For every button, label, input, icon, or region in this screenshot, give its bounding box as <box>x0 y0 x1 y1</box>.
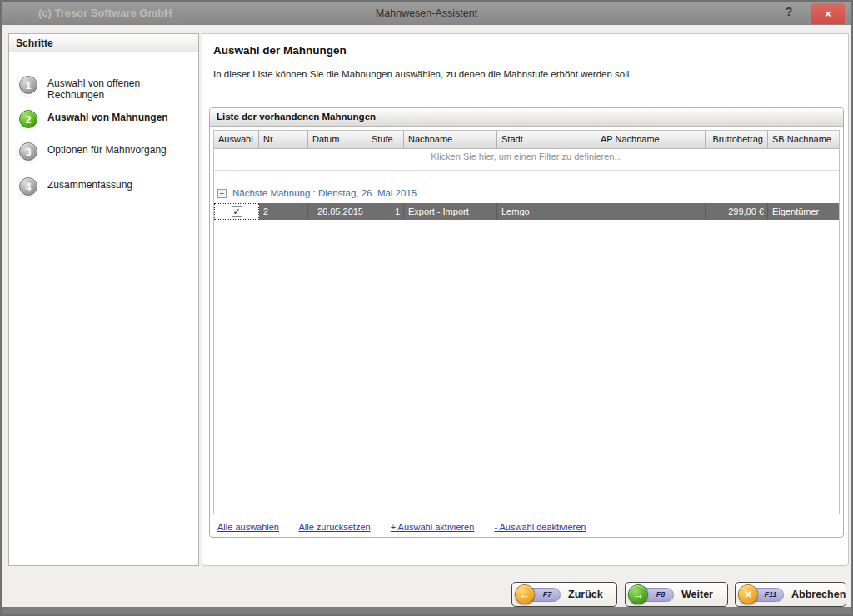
window-bottom-edge <box>2 607 851 614</box>
cell-stufe: 1 <box>367 203 404 220</box>
grid-header-row: Auswahl Nr. Datum Stufe Nachname Stadt A… <box>214 131 839 149</box>
back-button-icon-group: F7 ← <box>515 584 566 604</box>
step-1[interactable]: 1 Auswahl von offenen Rechnungen <box>19 76 174 101</box>
activate-selection-link[interactable]: + Auswahl aktivieren <box>391 522 475 532</box>
group-row-label: Nächste Mahnung : Dienstag, 26. Mai 2015 <box>232 188 417 198</box>
wizard-window: (c) Tresor Software GmbH Mahnwesen-Assis… <box>0 0 853 616</box>
step-4-number-icon: 4 <box>19 177 37 196</box>
content-panel: Auswahl der Mahnungen In dieser Liste kö… <box>202 33 849 566</box>
next-button[interactable]: F8 → Weiter <box>625 582 728 607</box>
step-4-label: Zusammenfassung <box>47 179 174 191</box>
group-row[interactable]: − Nächste Mahnung : Dienstag, 26. Mai 20… <box>214 185 839 201</box>
step-3-label: Optionen für Mahnvorgang <box>47 144 174 156</box>
select-all-link[interactable]: Alle auswählen <box>217 522 279 532</box>
arrow-right-icon: → <box>628 584 648 604</box>
step-2[interactable]: 2 Auswahl von Mahnungen <box>19 110 174 128</box>
close-icon[interactable]: × <box>811 3 845 24</box>
column-header-nr[interactable]: Nr. <box>259 131 308 148</box>
cell-datum: 26.05.2015 <box>308 203 367 220</box>
arrow-left-icon: ← <box>515 584 535 604</box>
deactivate-selection-link[interactable]: - Auswahl deaktivieren <box>494 522 586 532</box>
column-header-auswahl[interactable]: Auswahl <box>214 131 259 148</box>
steps-panel: Schritte 1 Auswahl von offenen Rechnunge… <box>8 33 199 566</box>
collapse-icon[interactable]: − <box>217 189 227 198</box>
window-title: Mahnwesen-Assistent <box>2 7 851 19</box>
cell-ap-nachname <box>596 203 706 220</box>
column-header-datum[interactable]: Datum <box>308 131 367 148</box>
grid-separator <box>214 166 839 171</box>
table-row[interactable]: ✓ 2 26.05.2015 1 Export - Import Lemgo 2… <box>214 203 839 220</box>
step-2-label: Auswahl von Mahnungen <box>47 112 174 123</box>
column-header-stufe[interactable]: Stufe <box>367 131 404 148</box>
back-button[interactable]: F7 ← Zurück <box>511 582 617 607</box>
steps-panel-title: Schritte <box>9 34 198 52</box>
cancel-button[interactable]: F11 × Abbrechen <box>735 582 846 607</box>
step-3-number-icon: 3 <box>19 142 37 161</box>
cell-auswahl[interactable]: ✓ <box>214 203 259 220</box>
back-button-label: Zurück <box>568 589 603 600</box>
cancel-button-label: Abbrechen <box>791 589 846 600</box>
column-header-bruttobetrag[interactable]: Bruttobetrag <box>706 131 768 148</box>
step-1-number-icon: 1 <box>19 76 37 94</box>
column-header-sb-nachname[interactable]: SB Nachname <box>768 131 839 148</box>
step-1-label: Auswahl von offenen Rechnungen <box>47 77 174 101</box>
help-icon[interactable]: ? <box>781 5 796 22</box>
column-header-stadt[interactable]: Stadt <box>497 131 596 148</box>
groupbox-title: Liste der vorhandenen Mahnungen <box>210 108 843 127</box>
cell-nachname: Export - Import <box>404 203 497 220</box>
step-3[interactable]: 3 Optionen für Mahnvorgang <box>19 142 174 161</box>
mahnungen-groupbox: Liste der vorhandenen Mahnungen Auswahl … <box>209 107 844 538</box>
row-checkbox-checked[interactable]: ✓ <box>232 206 242 217</box>
page-description: In dieser Liste können Sie die Mahnungen… <box>213 69 632 79</box>
cell-bruttobetrag: 299,00 € <box>706 203 768 220</box>
page-title: Auswahl der Mahnungen <box>213 44 347 57</box>
next-button-icon-group: F8 → <box>628 584 680 604</box>
cancel-icon: × <box>738 584 758 604</box>
cancel-button-icon-group: F11 × <box>738 584 790 604</box>
mahnungen-grid: Auswahl Nr. Datum Stufe Nachname Stadt A… <box>213 130 840 514</box>
cell-sb-nachname: Eigentümer <box>768 203 840 220</box>
cell-stadt: Lemgo <box>497 203 596 220</box>
reset-all-link[interactable]: Alle zurücksetzen <box>298 522 370 532</box>
cell-nr: 2 <box>259 203 308 220</box>
column-header-nachname[interactable]: Nachname <box>404 131 497 148</box>
selection-links: Alle auswählen Alle zurücksetzen + Auswa… <box>217 522 834 532</box>
titlebar: (c) Tresor Software GmbH Mahnwesen-Assis… <box>2 2 851 25</box>
step-4[interactable]: 4 Zusammenfassung <box>19 177 174 196</box>
next-button-label: Weiter <box>681 589 713 600</box>
filter-row[interactable]: Klicken Sie hier, um einen Filter zu def… <box>214 149 839 166</box>
column-header-ap-nachname[interactable]: AP Nachname <box>596 131 706 148</box>
step-2-number-icon: 2 <box>19 110 37 128</box>
